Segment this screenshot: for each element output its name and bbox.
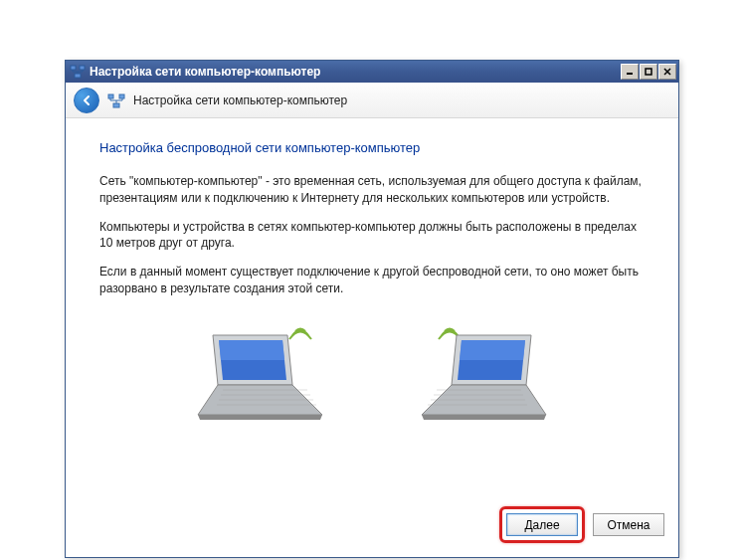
cancel-button[interactable]: Отмена xyxy=(593,513,664,536)
svg-rect-4 xyxy=(646,69,651,75)
wizard-header: Настройка сети компьютер-компьютер xyxy=(66,83,678,118)
wizard-footer: Далее Отмена xyxy=(66,496,678,557)
svg-rect-8 xyxy=(119,94,124,98)
titlebar: Настройка сети компьютер-компьютер xyxy=(66,61,678,83)
svg-rect-2 xyxy=(75,74,81,78)
maximize-button[interactable] xyxy=(640,64,657,80)
wizard-header-title: Настройка сети компьютер-компьютер xyxy=(133,93,347,107)
svg-rect-1 xyxy=(80,66,85,70)
laptop-illustration-left xyxy=(183,315,332,425)
svg-rect-0 xyxy=(71,66,76,70)
svg-rect-9 xyxy=(113,103,119,107)
wizard-window: Настройка сети компьютер-компьютер Настр… xyxy=(65,60,679,558)
wizard-content: Настройка беспроводной сети компьютер-ко… xyxy=(66,118,678,496)
network-setup-icon xyxy=(107,92,125,109)
next-button[interactable]: Далее xyxy=(506,513,578,536)
back-button[interactable] xyxy=(74,88,99,113)
description-paragraph-2: Компьютеры и устройства в сетях компьюте… xyxy=(99,219,645,253)
page-heading: Настройка беспроводной сети компьютер-ко… xyxy=(99,140,645,155)
close-button[interactable] xyxy=(658,64,676,80)
description-paragraph-3: Если в данный момент существует подключе… xyxy=(99,264,645,297)
description-paragraph-1: Сеть "компьютер-компьютер" - это временн… xyxy=(99,173,645,207)
next-button-highlight: Далее xyxy=(499,506,585,543)
laptop-illustration-right xyxy=(412,315,561,425)
svg-rect-7 xyxy=(108,94,113,98)
illustration-row xyxy=(99,315,645,425)
window-title: Настройка сети компьютер-компьютер xyxy=(90,65,620,79)
network-icon xyxy=(70,64,86,80)
minimize-button[interactable] xyxy=(621,64,639,80)
